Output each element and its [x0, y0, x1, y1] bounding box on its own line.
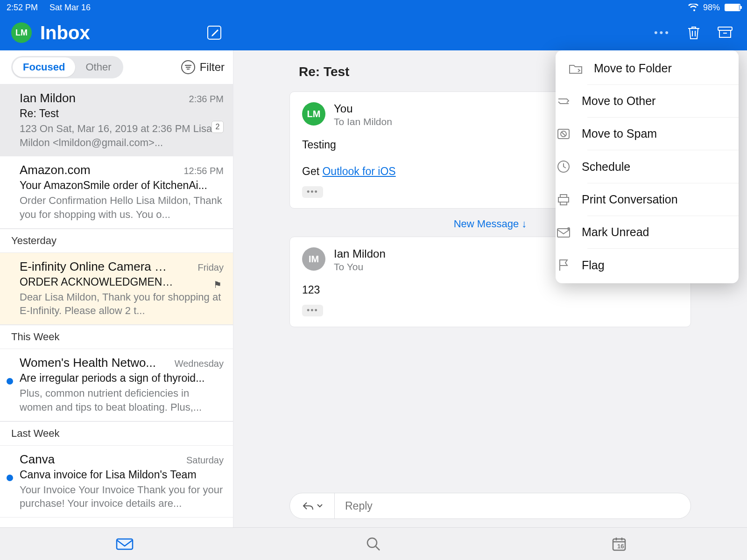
- folder-title: Inbox: [40, 22, 90, 43]
- tab-mail[interactable]: [0, 528, 249, 560]
- svg-rect-1: [718, 27, 732, 30]
- battery-percent: 98%: [703, 3, 720, 13]
- delete-button[interactable]: [686, 25, 701, 41]
- message-row[interactable]: Canva Saturday Canva invoice for Lisa Mi…: [0, 446, 233, 518]
- status-date: Sat Mar 16: [49, 3, 91, 13]
- status-bar: 2:52 PM Sat Mar 16 98%: [0, 0, 747, 15]
- account-avatar[interactable]: LM: [11, 22, 32, 43]
- unread-icon: [556, 227, 571, 238]
- tab-calendar[interactable]: 16: [498, 528, 747, 560]
- message-list[interactable]: Ian Mildon 2:36 PM Re: Test 123 On Sat, …: [0, 84, 233, 527]
- bottom-tab-bar: 16: [0, 527, 747, 560]
- app-header: LM Inbox •••: [0, 15, 747, 50]
- battery-icon: [725, 4, 740, 11]
- section-header: This Week: [0, 325, 233, 349]
- print-icon: [556, 193, 571, 206]
- status-time: 2:52 PM: [7, 3, 38, 13]
- sender-avatar: LM: [302, 102, 325, 126]
- archive-button[interactable]: [717, 26, 733, 40]
- svg-rect-5: [557, 229, 570, 237]
- mail-icon: [115, 537, 134, 551]
- flag-icon: ⚑: [213, 279, 222, 290]
- compose-button[interactable]: [206, 25, 222, 41]
- reply-icon: [302, 501, 314, 511]
- message-to: To You: [334, 261, 386, 273]
- svg-point-8: [367, 538, 377, 547]
- folder-icon: [568, 63, 584, 75]
- message-row[interactable]: Amazon.com 12:56 PM Your AmazonSmile ord…: [0, 156, 233, 228]
- svg-point-6: [567, 227, 570, 230]
- message-row[interactable]: Women's Health Netwo... Wednesday Are ir…: [0, 349, 233, 421]
- tab-other[interactable]: Other: [75, 57, 121, 77]
- section-header: Yesterday: [0, 229, 233, 253]
- menu-print[interactable]: Print Conversation: [587, 183, 739, 216]
- filter-icon: [181, 60, 195, 74]
- message-from: You: [334, 102, 392, 115]
- expand-quoted-button[interactable]: •••: [302, 186, 323, 198]
- unread-dot: [7, 475, 13, 481]
- clock-icon: [556, 160, 571, 174]
- more-actions-menu: Move to Folder Move to Other Move to Spa…: [556, 50, 739, 283]
- menu-mark-unread[interactable]: Mark Unread: [587, 216, 739, 248]
- message-to: To Ian Mildon: [334, 116, 392, 127]
- search-icon: [366, 536, 381, 552]
- flag-icon: [556, 258, 571, 272]
- message-from: Ian Mildon: [334, 247, 386, 260]
- calendar-day-label: 16: [617, 543, 624, 550]
- svg-rect-7: [117, 539, 133, 549]
- reading-pane: Re: Test LM You To Ian Mildon Testing Ge…: [233, 50, 747, 527]
- filter-button[interactable]: Filter: [181, 60, 225, 74]
- menu-flag[interactable]: Flag: [587, 248, 739, 281]
- wifi-icon: [688, 4, 698, 11]
- menu-move-folder[interactable]: Move to Folder: [556, 52, 739, 84]
- filter-bar: Focused Other Filter: [0, 50, 233, 84]
- outlook-link[interactable]: Outlook for iOS: [322, 165, 395, 177]
- reply-input[interactable]: [335, 500, 691, 512]
- message-row[interactable]: Ian Mildon 2:36 PM Re: Test 123 On Sat, …: [0, 84, 233, 156]
- menu-move-spam[interactable]: Move to Spam: [587, 117, 739, 150]
- spam-icon: [556, 128, 571, 140]
- sender-avatar: IM: [302, 247, 325, 271]
- trash-icon: [686, 25, 701, 41]
- expand-quoted-button[interactable]: •••: [302, 305, 323, 316]
- message-body: 123: [302, 284, 678, 296]
- section-header: Last Week: [0, 421, 233, 446]
- move-other-icon: [556, 95, 571, 107]
- focused-other-toggle[interactable]: Focused Other: [11, 56, 123, 78]
- more-icon: •••: [654, 27, 670, 39]
- archive-icon: [717, 26, 733, 40]
- more-actions-button[interactable]: •••: [654, 27, 670, 39]
- menu-schedule[interactable]: Schedule: [587, 150, 739, 183]
- message-list-pane: Focused Other Filter Ian Mildon 2:36 PM …: [0, 50, 233, 527]
- message-row[interactable]: E-infinity Online Camera St... Friday OR…: [0, 253, 233, 325]
- reply-bar: [233, 484, 747, 527]
- tab-search[interactable]: [249, 528, 498, 560]
- tab-focused[interactable]: Focused: [13, 57, 75, 77]
- thread-count-badge: 2: [211, 121, 224, 133]
- chevron-down-icon: [317, 504, 323, 508]
- menu-move-other[interactable]: Move to Other: [587, 84, 739, 117]
- reply-mode-button[interactable]: [290, 493, 335, 518]
- unread-dot: [7, 378, 13, 385]
